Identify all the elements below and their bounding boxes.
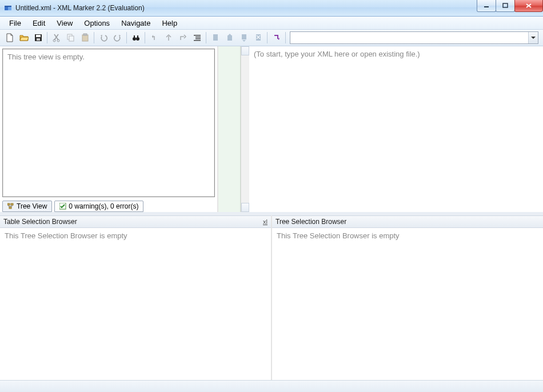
menu-navigate[interactable]: Navigate [115, 18, 156, 29]
minimize-icon [484, 3, 489, 9]
svg-rect-12 [82, 35, 88, 41]
toolbar-separator [145, 32, 145, 43]
app-icon [3, 3, 13, 13]
menu-options[interactable]: Options [78, 18, 115, 29]
svg-rect-2 [5, 6, 11, 7]
check-icon [59, 203, 66, 210]
paste-button[interactable] [78, 31, 92, 45]
window-buttons [477, 0, 543, 12]
format-button[interactable] [190, 31, 204, 45]
svg-rect-23 [227, 35, 232, 41]
table-selection-empty-text: This Tree Selection Browser is empty [5, 231, 127, 240]
save-button[interactable] [31, 31, 45, 45]
redo-icon [113, 33, 122, 42]
nav-parent-button[interactable] [161, 31, 175, 45]
bookmark-clear-button[interactable] [251, 31, 265, 45]
tree-icon [7, 203, 14, 210]
svg-rect-11 [69, 36, 74, 41]
nav-prev-sibling-button[interactable] [147, 31, 161, 45]
menu-view[interactable]: View [51, 18, 78, 29]
refresh-button[interactable] [269, 31, 284, 45]
bookmark-down-icon [239, 33, 249, 42]
tree-selection-pane: Tree Selection Browser This Tree Selecti… [271, 215, 543, 380]
bookmark-up-icon [225, 33, 234, 42]
undo-button[interactable] [96, 31, 110, 45]
tree-selection-empty-text: This Tree Selection Browser is empty [277, 231, 400, 240]
toolbar [0, 30, 543, 46]
right-pane: (To start, type your XML here or open ex… [218, 46, 543, 212]
table-selection-header: Table Selection Browser xl [0, 215, 271, 228]
new-file-icon [5, 33, 14, 42]
editor-gutter [218, 46, 241, 212]
editor-placeholder: (To start, type your XML here or open ex… [254, 50, 420, 58]
statusbar [0, 380, 543, 392]
table-selection-title: Table Selection Browser [3, 218, 77, 226]
titlebar: Untitled.xml - XML Marker 2.2 (Evaluatio… [0, 0, 543, 17]
source-editor[interactable]: (To start, type your XML here or open ex… [249, 46, 543, 212]
undo-icon [99, 33, 108, 42]
svg-rect-27 [11, 203, 13, 205]
tab-errors[interactable]: 0 warning(s), 0 error(s) [54, 201, 143, 212]
tree-selection-body[interactable]: This Tree Selection Browser is empty [272, 228, 543, 380]
tree-selection-header: Tree Selection Browser [272, 215, 543, 228]
tree-selection-title: Tree Selection Browser [276, 218, 346, 226]
nav-next-sibling-button[interactable] [175, 31, 190, 45]
cut-icon [52, 33, 61, 42]
bookmark-icon [211, 33, 220, 42]
new-file-button[interactable] [2, 31, 17, 45]
open-file-button[interactable] [17, 31, 31, 45]
tree-view[interactable]: This tree view is empty. [2, 49, 215, 197]
refresh-arrow-icon [272, 33, 281, 42]
svg-rect-7 [37, 38, 40, 41]
toolbar-separator [285, 32, 286, 43]
svg-rect-13 [83, 34, 87, 35]
paste-icon [81, 33, 90, 42]
toolbar-separator [267, 32, 267, 43]
svg-rect-26 [7, 203, 10, 205]
left-pane: This tree view is empty. Tree View 0 war… [0, 46, 218, 212]
svg-rect-4 [503, 3, 508, 7]
svg-rect-19 [195, 37, 201, 38]
indent-lines-icon [193, 33, 202, 42]
svg-rect-6 [36, 35, 41, 37]
chevron-down-icon [531, 35, 536, 40]
bookmark-x-icon [254, 33, 263, 42]
window-title: Untitled.xml - XML Marker 2.2 (Evaluatio… [15, 4, 145, 12]
xpath-combo[interactable] [290, 31, 538, 44]
top-split: This tree view is empty. Tree View 0 war… [0, 46, 543, 212]
table-selection-body[interactable]: This Tree Selection Browser is empty [0, 228, 271, 380]
table-selection-pane: Table Selection Browser xl This Tree Sel… [0, 215, 271, 380]
bookmark-toggle-button[interactable] [208, 31, 222, 45]
svg-rect-16 [134, 35, 135, 38]
open-folder-icon [19, 33, 29, 42]
menu-edit[interactable]: Edit [27, 18, 51, 29]
table-pane-close-button[interactable]: xl [263, 218, 267, 225]
menu-file[interactable]: File [3, 18, 27, 29]
bookmark-next-button[interactable] [237, 31, 251, 45]
find-button[interactable] [129, 31, 143, 45]
save-icon [34, 33, 43, 42]
xpath-dropdown-button[interactable] [528, 32, 538, 43]
close-icon [525, 3, 532, 9]
menu-help[interactable]: Help [156, 18, 183, 29]
svg-rect-18 [194, 35, 201, 36]
bookmark-prev-button[interactable] [222, 31, 237, 45]
tab-tree-view[interactable]: Tree View [2, 201, 52, 212]
svg-rect-20 [195, 38, 201, 39]
maximize-button[interactable] [496, 0, 515, 12]
app-window: Untitled.xml - XML Marker 2.2 (Evaluatio… [0, 0, 543, 392]
toolbar-separator [94, 32, 94, 43]
main-area: This tree view is empty. Tree View 0 war… [0, 46, 543, 380]
binoculars-icon [131, 33, 141, 42]
up-right-arrow-icon [178, 33, 187, 42]
copy-icon [66, 33, 75, 42]
maximize-icon [502, 3, 508, 9]
cut-button[interactable] [49, 31, 63, 45]
close-button[interactable] [514, 0, 543, 12]
svg-rect-3 [484, 6, 489, 7]
redo-button[interactable] [110, 31, 125, 45]
editor-vscroll-left[interactable] [241, 46, 249, 212]
copy-button[interactable] [63, 31, 78, 45]
minimize-button[interactable] [477, 0, 496, 12]
tab-tree-view-label: Tree View [17, 202, 47, 210]
